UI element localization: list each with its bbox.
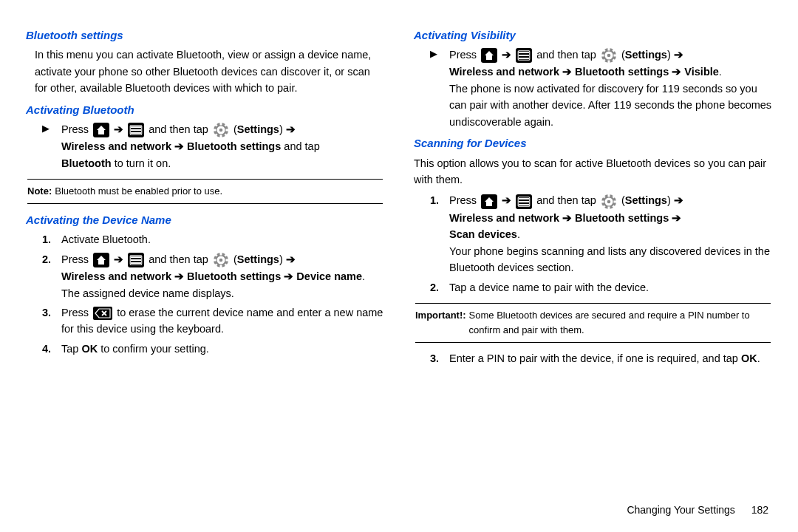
footer-section: Changing Your Settings [627, 504, 734, 516]
settings-label: Settings [237, 123, 279, 135]
step-1: 1. Activate Bluetooth. [42, 231, 384, 248]
path-part: Bluetooth settings [184, 270, 284, 282]
left-column: Bluetooth settings In this menu you can … [26, 22, 384, 370]
menu-icon [516, 194, 532, 209]
heading-activating-device-name: Activating the Device Name [26, 211, 384, 228]
text: . [757, 352, 760, 364]
path-part: Wireless and network [61, 270, 174, 282]
text: . [719, 66, 722, 78]
text: Tap [61, 343, 81, 355]
note-box: Note: Bluetooth must be enabled prior to… [27, 179, 383, 204]
arrow-icon: ➔ [562, 66, 572, 78]
path-part: Wireless and network [449, 66, 562, 78]
scanning-intro: This option allows you to scan for activ… [414, 155, 772, 188]
menu-icon [516, 48, 532, 63]
text: Your phone begins scanning and lists any… [449, 245, 770, 273]
home-icon [481, 48, 497, 63]
step-number: 4. [42, 341, 57, 357]
step-visibility: ▶ Press ➔ and then tap (Settings) ➔ Wire… [430, 47, 772, 130]
step-number: 2. [42, 251, 57, 301]
step-number: 1. [430, 192, 445, 276]
text: and then tap [536, 49, 599, 61]
path-part: Visible [681, 66, 719, 78]
heading-bluetooth-settings: Bluetooth settings [26, 27, 384, 44]
text: ) [667, 49, 674, 61]
text: Press [61, 307, 92, 318]
intro-text: In this menu you can activate Bluetooth,… [35, 47, 384, 96]
important-label: Important!: [415, 308, 466, 338]
home-icon [481, 194, 497, 209]
heading-activating-visibility: Activating Visibility [414, 27, 772, 44]
settings-label: Settings [625, 194, 667, 206]
text: . [362, 270, 365, 282]
text: The phone is now activated for discovery… [449, 83, 771, 128]
text: and then tap [536, 194, 599, 206]
text: The assigned device name displays. [61, 287, 234, 299]
text: Enter a PIN to pair with the device, if … [449, 352, 741, 364]
step-number: 1. [42, 231, 57, 248]
path-part: Bluetooth [61, 157, 112, 169]
ok-label: OK [741, 352, 757, 364]
step-number: 2. [430, 279, 445, 296]
arrow-icon: ➔ [286, 253, 296, 265]
path-part: Bluetooth settings [572, 212, 672, 224]
step-body: Press to erase the current device name a… [61, 304, 384, 338]
gear-icon [601, 47, 617, 64]
step-body: Press ➔ and then tap (Settings) ➔ Wirele… [449, 192, 772, 276]
step-body: Enter a PIN to pair with the device, if … [449, 350, 772, 366]
settings-label: Settings [237, 253, 279, 265]
gear-icon [213, 122, 229, 138]
path-part: Wireless and network [61, 140, 174, 152]
text: and tap [281, 140, 319, 152]
page-footer: Changing Your Settings 182 [627, 502, 768, 519]
home-icon [93, 253, 109, 267]
text: Press [449, 194, 480, 206]
bullet-icon: ▶ [430, 47, 445, 130]
bullet-icon: ▶ [42, 121, 57, 171]
arrow-icon: ➔ [114, 253, 123, 265]
path-part: Scan devices [449, 228, 517, 240]
important-box: Important!: Some Bluetooth devices are s… [415, 303, 771, 343]
delete-icon [93, 307, 112, 320]
menu-icon [128, 253, 144, 267]
ok-label: OK [81, 343, 98, 355]
arrow-icon: ➔ [174, 270, 184, 282]
text: ) [279, 123, 286, 135]
text: to confirm your setting. [98, 343, 209, 355]
settings-label: Settings [625, 49, 667, 61]
step-activate-bt: ▶ Press ➔ and then tap (Settings) ➔ Wire… [42, 121, 384, 171]
step-3: 3. Press to erase the current device nam… [42, 304, 384, 338]
important-text: Some Bluetooth devices are secured and r… [469, 308, 771, 338]
text: to turn it on. [112, 157, 171, 169]
arrow-icon: ➔ [672, 212, 681, 224]
text: . [517, 228, 520, 240]
step-2: 2. Tap a device name to pair with the de… [430, 279, 772, 296]
text: Press [449, 49, 480, 61]
text: Press [61, 253, 92, 265]
right-column: Activating Visibility ▶ Press ➔ and then… [414, 22, 772, 370]
home-icon [93, 123, 109, 137]
step-4: 4. Tap OK to confirm your setting. [42, 341, 384, 357]
step-1: 1. Press ➔ and then tap (Settings) ➔ Wir… [430, 192, 772, 276]
text: and then tap [149, 253, 211, 265]
page-number: 182 [751, 504, 768, 516]
note-text: Bluetooth must be enabled prior to use. [55, 184, 222, 199]
text: Press [61, 123, 92, 135]
text: ) [667, 194, 674, 206]
path-part: Bluetooth settings [572, 66, 672, 78]
step-body: Tap a device name to pair with the devic… [449, 279, 772, 296]
arrow-icon: ➔ [286, 123, 296, 135]
text: ) [279, 253, 286, 265]
arrow-icon: ➔ [674, 194, 683, 206]
arrow-icon: ➔ [562, 212, 572, 224]
arrow-icon: ➔ [502, 49, 511, 61]
path-part: Wireless and network [449, 212, 562, 224]
gear-icon [213, 252, 229, 268]
arrow-icon: ➔ [284, 270, 293, 282]
heading-activating-bluetooth: Activating Bluetooth [26, 101, 384, 118]
arrow-icon: ➔ [502, 194, 511, 206]
note-label: Note: [27, 184, 52, 199]
step-body: Tap OK to confirm your setting. [61, 341, 384, 357]
text: and then tap [149, 123, 211, 135]
step-body: Press ➔ and then tap (Settings) ➔ Wirele… [61, 251, 384, 301]
